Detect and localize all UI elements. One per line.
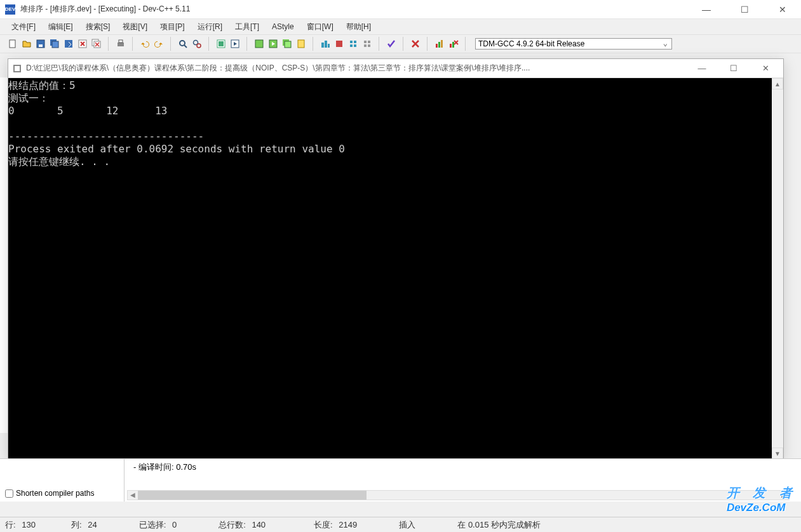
- status-col: 列: 24: [66, 519, 109, 531]
- statusbar: 行: 130 列: 24 已选择: 0 总行数: 140 长度: 2149 插入…: [0, 517, 801, 532]
- svg-rect-5: [65, 40, 72, 48]
- menu-edit[interactable]: 编辑[E]: [42, 20, 79, 34]
- bottom-panel: Shorten compiler paths - 编译时间: 0.70s ◀ ▶: [0, 458, 801, 502]
- svg-rect-16: [219, 41, 224, 46]
- console-maximize-button[interactable]: ☐: [721, 63, 746, 73]
- compile-icon[interactable]: [215, 37, 227, 50]
- editor-gutter: [0, 77, 8, 433]
- console-scrollbar[interactable]: ▲ ▼: [772, 78, 783, 459]
- replace-icon[interactable]: [191, 37, 203, 50]
- menu-file[interactable]: 文件[F]: [5, 20, 42, 34]
- svg-rect-9: [118, 43, 124, 46]
- menu-help[interactable]: 帮助[H]: [340, 20, 377, 34]
- main-titlebar: DEV 堆排序 - [堆排序.dev] - [Executing] - Dev-…: [0, 0, 801, 19]
- console-output: 根结点的值：5 测试一： 0 5 12 13 -----------------…: [8, 78, 772, 459]
- status-total-lines: 总行数: 140: [213, 519, 277, 531]
- console-title: D:\红泥巴\我的课程体系\（信息奥赛）课程体系\第二阶段：提高级（NOIP、C…: [26, 63, 689, 74]
- menu-window[interactable]: 窗口[W]: [300, 20, 340, 34]
- save-all-icon[interactable]: [48, 37, 61, 50]
- toolbar: TDM-GCC 4.9.2 64-bit Release: [0, 34, 801, 53]
- open-file-icon[interactable]: [20, 37, 33, 50]
- status-mode: 插入: [394, 519, 427, 531]
- svg-rect-22: [298, 40, 304, 48]
- menu-search[interactable]: 搜索[S]: [79, 20, 117, 34]
- save-icon[interactable]: [34, 37, 47, 50]
- svg-rect-34: [368, 44, 370, 47]
- chart-icon[interactable]: [433, 37, 446, 50]
- shorten-paths-checkbox[interactable]: Shorten compiler paths: [5, 489, 94, 498]
- check-icon[interactable]: [385, 37, 398, 50]
- svg-rect-18: [255, 40, 263, 48]
- horizontal-scrollbar[interactable]: ◀ ▶: [127, 490, 790, 500]
- redo-icon[interactable]: [152, 37, 165, 50]
- delete-profile-icon[interactable]: [361, 37, 374, 50]
- svg-rect-33: [364, 44, 367, 47]
- bottom-left-pane: Shorten compiler paths: [0, 459, 125, 502]
- new-file-icon[interactable]: [6, 37, 19, 50]
- svg-rect-21: [285, 41, 291, 48]
- watermark: 开 发 者 DevZe.CoM: [727, 484, 797, 514]
- print-icon[interactable]: [114, 37, 127, 50]
- undo-icon[interactable]: [138, 37, 151, 50]
- console-icon: [13, 65, 21, 72]
- close-file-icon[interactable]: [76, 37, 89, 50]
- chart-delete-icon[interactable]: [447, 37, 460, 50]
- stop-debug-icon[interactable]: [333, 37, 346, 50]
- svg-rect-0: [10, 40, 15, 48]
- svg-rect-27: [350, 41, 353, 43]
- console-minimize-button[interactable]: —: [689, 63, 715, 73]
- svg-rect-39: [452, 42, 454, 48]
- menu-run[interactable]: 运行[R]: [191, 20, 229, 34]
- rebuild-icon[interactable]: [253, 37, 266, 50]
- close-all-icon[interactable]: [90, 37, 103, 50]
- hscroll-left-icon[interactable]: ◀: [128, 491, 138, 500]
- svg-rect-24: [325, 41, 327, 48]
- rebuild-all-icon[interactable]: [281, 37, 293, 50]
- compiler-select-value: TDM-GCC 4.9.2 64-bit Release: [478, 39, 584, 48]
- profile-icon[interactable]: [347, 37, 360, 50]
- save-as-icon[interactable]: [62, 37, 75, 50]
- status-parse-msg: 在 0.015 秒内完成解析: [452, 519, 552, 531]
- compile-time-line: - 编译时间: 0.70s: [131, 462, 795, 473]
- scroll-track[interactable]: [772, 90, 783, 448]
- status-row: 行: 130: [0, 519, 47, 531]
- svg-point-11: [180, 41, 185, 46]
- svg-rect-38: [450, 44, 452, 48]
- compiler-select[interactable]: TDM-GCC 4.9.2 64-bit Release: [475, 38, 672, 50]
- console-titlebar[interactable]: D:\红泥巴\我的课程体系\（信息奥赛）课程体系\第二阶段：提高级（NOIP、C…: [8, 59, 783, 78]
- console-close-button[interactable]: ✕: [753, 63, 778, 73]
- status-selected: 已选择: 0: [134, 519, 188, 531]
- menu-astyle[interactable]: AStyle: [266, 21, 300, 32]
- menu-view[interactable]: 视图[V]: [116, 20, 154, 34]
- scroll-down-icon[interactable]: ▼: [772, 448, 783, 459]
- console-window: D:\红泥巴\我的课程体系\（信息奥赛）课程体系\第二阶段：提高级（NOIP、C…: [8, 58, 784, 460]
- debug-icon[interactable]: [319, 37, 332, 50]
- svg-rect-32: [368, 41, 370, 43]
- svg-point-14: [197, 44, 201, 48]
- hscroll-thumb[interactable]: [138, 491, 367, 500]
- svg-rect-2: [39, 44, 43, 47]
- remove-icon[interactable]: [409, 37, 422, 50]
- svg-rect-26: [336, 41, 342, 47]
- find-icon[interactable]: [177, 37, 189, 50]
- svg-rect-29: [350, 44, 353, 47]
- compile-log-pane: - 编译时间: 0.70s ◀ ▶: [125, 459, 801, 502]
- svg-rect-4: [52, 41, 58, 48]
- run-icon[interactable]: [229, 37, 241, 50]
- menu-project[interactable]: 项目[P]: [154, 20, 191, 34]
- app-icon: DEV: [5, 4, 15, 15]
- svg-rect-37: [441, 40, 443, 48]
- svg-line-12: [184, 45, 187, 48]
- syntax-check-icon[interactable]: [295, 37, 307, 50]
- maximize-button[interactable]: ☐: [731, 4, 758, 15]
- svg-rect-31: [364, 41, 367, 43]
- compile-run-icon[interactable]: [267, 37, 279, 50]
- svg-rect-28: [354, 41, 356, 43]
- minimize-button[interactable]: —: [693, 4, 720, 15]
- close-button[interactable]: ✕: [769, 4, 796, 15]
- svg-rect-10: [119, 40, 123, 43]
- menu-tools[interactable]: 工具[T]: [229, 20, 266, 34]
- svg-rect-35: [436, 44, 438, 48]
- scroll-up-icon[interactable]: ▲: [772, 78, 783, 90]
- menubar: 文件[F] 编辑[E] 搜索[S] 视图[V] 项目[P] 运行[R] 工具[T…: [0, 19, 801, 34]
